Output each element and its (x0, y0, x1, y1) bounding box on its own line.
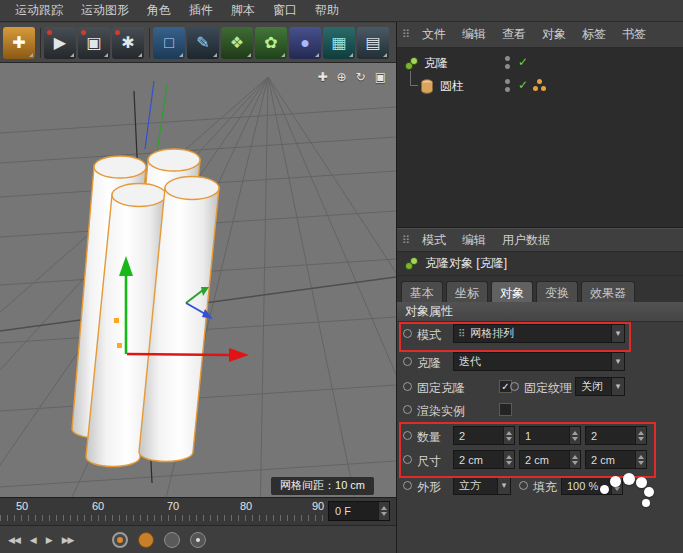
animation-dot-icon[interactable] (403, 382, 412, 391)
mograph-color-tag-icon[interactable] (533, 79, 547, 93)
om-menu-bookmarks[interactable]: 书签 (614, 26, 654, 43)
menu-window[interactable]: 窗口 (264, 2, 306, 19)
mode-label: 模式 (417, 327, 441, 344)
attr-menu-mode[interactable]: 模式 (414, 232, 454, 249)
count-z-field[interactable]: 2 (585, 426, 647, 445)
fix-texture-dropdown[interactable]: 关闭 ▾ (575, 377, 625, 396)
animation-dot-icon[interactable] (403, 431, 412, 440)
attribute-tabs: 基本 坐标 对象 变换 效果器 (397, 276, 683, 302)
spinner[interactable] (635, 427, 646, 444)
move-axis-tool-icon[interactable]: ✚ (3, 27, 35, 59)
mode-dropdown[interactable]: ⠿ 网格排列 ▾ (453, 324, 625, 343)
menu-motion-tracker[interactable]: 运动跟踪 (6, 2, 72, 19)
tab-effectors[interactable]: 效果器 (581, 281, 635, 302)
tab-object[interactable]: 对象 (491, 281, 533, 302)
timeline-ruler[interactable]: 50 60 70 80 90 0 F (0, 497, 396, 525)
pan-view-icon[interactable]: ✚ (317, 70, 327, 84)
size-z-value: 2 cm (586, 454, 635, 466)
visibility-dots-icon[interactable] (503, 78, 513, 94)
chevron-down-icon: ▾ (611, 353, 624, 370)
animation-dot-icon[interactable] (403, 357, 412, 366)
previous-frame-button[interactable]: ◀ (30, 535, 36, 545)
size-x-field[interactable]: 2 cm (453, 450, 515, 469)
animation-dot-icon[interactable] (403, 481, 412, 490)
om-menu-tags[interactable]: 标签 (574, 26, 614, 43)
size-y-field[interactable]: 2 cm (519, 450, 581, 469)
spinner[interactable] (569, 427, 580, 444)
spinner[interactable] (503, 427, 514, 444)
zoom-view-icon[interactable]: ⊕ (337, 70, 347, 84)
record-keyframe-button[interactable] (112, 532, 128, 548)
record-parameter-button[interactable] (190, 532, 206, 548)
menu-script[interactable]: 脚本 (222, 2, 264, 19)
object-name[interactable]: 圆柱 (440, 78, 464, 95)
attr-menu-userdata[interactable]: 用户数据 (494, 232, 558, 249)
section-object-properties[interactable]: 对象属性 (397, 302, 683, 322)
play-button[interactable]: ▶ (46, 535, 52, 545)
count-label: 数量 (417, 429, 441, 446)
animation-dot-icon[interactable] (510, 382, 519, 391)
modeling-object-icon[interactable]: ❖ (221, 27, 253, 59)
menu-mograph[interactable]: 运动图形 (72, 2, 138, 19)
tab-basic[interactable]: 基本 (401, 281, 443, 302)
spinner[interactable] (635, 451, 646, 468)
floor-object-icon[interactable]: ▤ (357, 27, 389, 59)
animation-dot-icon[interactable] (403, 455, 412, 464)
frame-spinner[interactable] (378, 502, 389, 520)
animation-dot-icon[interactable] (519, 481, 528, 490)
render-instance-checkbox[interactable] (499, 403, 512, 416)
enabled-check-icon[interactable]: ✓ (518, 78, 528, 92)
animation-dot-icon[interactable] (403, 405, 412, 414)
toggle-view-icon[interactable]: ▣ (375, 70, 386, 84)
clones-dropdown[interactable]: 迭代 ▾ (453, 352, 625, 371)
array-object-icon[interactable]: ▦ (323, 27, 355, 59)
tab-coordinates[interactable]: 坐标 (446, 281, 488, 302)
object-row-cylinder[interactable]: 圆柱 ✓ (397, 76, 683, 96)
viewport[interactable]: ✚ ⊕ ↻ ▣ 网格间距：10 cm (0, 63, 396, 497)
right-panel: ⠿ 文件 编辑 查看 对象 标签 书签 克隆 ✓ 圆柱 (396, 22, 683, 553)
cylinder-object-icon (419, 78, 435, 94)
current-frame-field[interactable]: 0 F (328, 501, 390, 521)
count-y-field[interactable]: 1 (519, 426, 581, 445)
render-settings-icon[interactable]: ✱ (112, 27, 144, 59)
viewport-nav: ✚ ⊕ ↻ ▣ (317, 70, 386, 84)
om-menu-objects[interactable]: 对象 (534, 26, 574, 43)
handle-point (114, 318, 119, 323)
render-picture-viewer-icon[interactable]: ▣ (78, 27, 110, 59)
attr-menu-edit[interactable]: 编辑 (454, 232, 494, 249)
simulate-icon[interactable]: ● (289, 27, 321, 59)
visibility-dots-icon[interactable] (503, 55, 513, 71)
object-name[interactable]: 克隆 (424, 55, 448, 72)
enabled-check-icon[interactable]: ✓ (518, 55, 528, 69)
autokey-button[interactable] (138, 532, 154, 548)
form-dropdown[interactable]: 立方 ▾ (453, 476, 511, 495)
tab-transform[interactable]: 变换 (536, 281, 578, 302)
attribute-title-row: 克隆对象 [克隆] (397, 252, 683, 276)
render-view-icon[interactable]: ▶ (44, 27, 76, 59)
panel-grip-icon[interactable]: ⠿ (402, 28, 410, 41)
spinner[interactable] (503, 451, 514, 468)
cloned-cylinders[interactable] (72, 149, 219, 467)
om-menu-edit[interactable]: 编辑 (454, 26, 494, 43)
goto-end-button[interactable]: ▶▶ (62, 535, 74, 545)
rotate-view-icon[interactable]: ↻ (356, 70, 366, 84)
panel-grip-icon[interactable]: ⠿ (402, 234, 410, 247)
mograph-icon[interactable]: ✿ (255, 27, 287, 59)
menu-plugins[interactable]: 插件 (180, 2, 222, 19)
fix-texture-value: 关闭 (576, 379, 611, 394)
viewport-canvas[interactable] (0, 63, 396, 497)
keyframe-selection-button[interactable] (164, 532, 180, 548)
om-menu-file[interactable]: 文件 (414, 26, 454, 43)
menu-help[interactable]: 帮助 (306, 2, 348, 19)
spinner[interactable] (569, 451, 580, 468)
animation-dot-icon[interactable] (403, 329, 412, 338)
goto-start-button[interactable]: ◀◀ (8, 535, 20, 545)
size-z-field[interactable]: 2 cm (585, 450, 647, 469)
object-row-clone[interactable]: 克隆 ✓ (397, 53, 683, 73)
render-instance-label: 渲染实例 (417, 403, 465, 420)
spline-pen-icon[interactable]: ✎ (187, 27, 219, 59)
menu-character[interactable]: 角色 (138, 2, 180, 19)
cube-primitive-icon[interactable]: □ (153, 27, 185, 59)
count-x-field[interactable]: 2 (453, 426, 515, 445)
om-menu-view[interactable]: 查看 (494, 26, 534, 43)
